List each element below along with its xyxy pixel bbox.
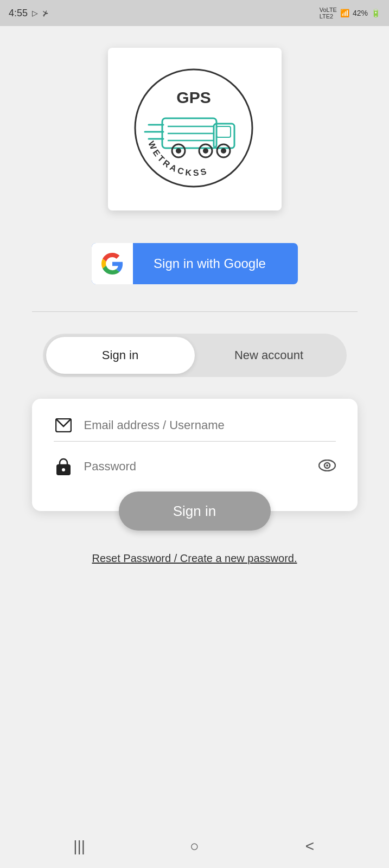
svg-point-23	[326, 464, 328, 467]
email-input[interactable]	[84, 418, 336, 432]
lock-icon	[54, 458, 73, 475]
signin-submit-button[interactable]: Sign in	[119, 492, 271, 531]
email-icon	[54, 418, 73, 432]
svg-text:GPS: GPS	[176, 88, 211, 106]
battery-display: 42%	[353, 9, 368, 17]
cast-icon: ⊁	[42, 9, 49, 17]
svg-rect-4	[216, 126, 231, 137]
password-input[interactable]	[84, 459, 308, 474]
eye-icon	[318, 459, 336, 471]
status-time: 4:55 ▷ ⊁	[9, 8, 49, 19]
logo-card: GPS	[108, 48, 282, 210]
logo-svg: GPS	[130, 64, 260, 194]
tab-toggle: Sign in New account	[43, 334, 347, 377]
bottom-navigation: ||| ○ <	[0, 825, 389, 868]
play-icon: ▷	[32, 9, 38, 17]
password-input-row	[54, 458, 336, 484]
status-bar: 4:55 ▷ ⊁ VoLTELTE2 📶 42% 🔋	[0, 0, 389, 26]
nav-home-button[interactable]: ○	[178, 830, 211, 863]
toggle-password-visibility[interactable]	[318, 458, 336, 475]
main-content: GPS	[0, 26, 389, 825]
svg-point-20	[62, 468, 65, 471]
time-display: 4:55	[9, 8, 28, 19]
email-input-row	[54, 418, 336, 442]
battery-icon: 🔋	[371, 9, 380, 17]
nav-menu-button[interactable]: |||	[63, 830, 95, 863]
google-signin-label: Sign in with Google	[133, 256, 298, 271]
envelope-icon	[55, 418, 72, 432]
network-indicator: VoLTELTE2	[320, 7, 337, 20]
nav-back-button[interactable]: <	[294, 830, 326, 863]
signal-icon: 📶	[340, 9, 349, 17]
padlock-icon	[56, 458, 71, 475]
google-signin-button[interactable]: Sign in with Google	[92, 243, 298, 284]
tab-signin[interactable]: Sign in	[46, 337, 195, 374]
status-indicators: VoLTELTE2 📶 42% 🔋	[320, 7, 380, 20]
divider	[32, 311, 358, 312]
google-icon-box	[92, 243, 133, 284]
svg-point-11	[203, 148, 208, 154]
tab-new-account[interactable]: New account	[195, 337, 343, 374]
svg-point-13	[221, 148, 226, 154]
logo-image: GPS	[130, 64, 260, 194]
svg-point-9	[176, 148, 181, 154]
reset-password-link[interactable]: Reset Password / Create a new password.	[92, 552, 297, 565]
google-g-icon	[101, 253, 123, 275]
